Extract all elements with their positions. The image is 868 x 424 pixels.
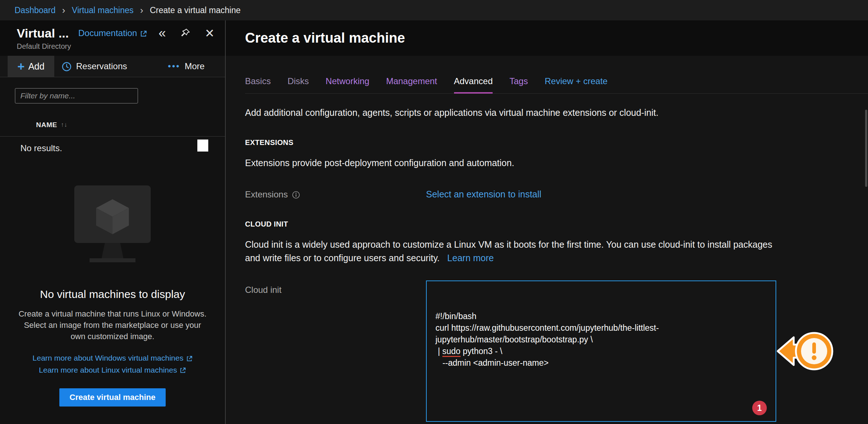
extensions-description: Extensions provide post-deployment confi… <box>245 156 777 169</box>
add-button[interactable]: + Add <box>8 56 54 77</box>
collapse-panel-button[interactable]: « <box>158 27 166 40</box>
monitor-cube-icon <box>74 185 151 268</box>
clock-icon <box>62 61 72 72</box>
panel-header: Virtual ... Documentation « <box>0 20 225 56</box>
external-link-icon <box>186 352 193 364</box>
close-panel-button[interactable]: × <box>205 25 214 41</box>
attention-annotation <box>776 305 835 386</box>
main-header: Create a virtual machine <box>226 20 868 56</box>
filter-by-name-input[interactable] <box>15 88 138 103</box>
tab-basics[interactable]: Basics <box>245 76 271 93</box>
no-results-row: No results. <box>0 137 225 160</box>
more-label: More <box>185 61 205 71</box>
main-scrollbar-thumb[interactable] <box>865 110 867 187</box>
external-link-icon <box>140 28 147 38</box>
cloud-init-section-heading: CLOUD INIT <box>245 220 868 228</box>
create-virtual-machine-button[interactable]: Create virtual machine <box>59 388 166 407</box>
no-results-label: No results. <box>20 143 62 153</box>
add-button-label: Add <box>28 61 44 72</box>
content: Virtual ... Documentation « <box>0 20 868 424</box>
learn-more-link[interactable]: Learn more <box>447 253 494 263</box>
breadcrumb-virtual-machines[interactable]: Virtual machines <box>72 5 134 15</box>
reservations-label: Reservations <box>76 61 127 71</box>
external-link-icon <box>179 364 186 376</box>
cloud-init-description: Cloud init is a widely used approach to … <box>245 238 777 264</box>
azure-portal: Dashboard › Virtual machines › Create a … <box>0 0 868 424</box>
documentation-link-label: Documentation <box>78 28 137 38</box>
collapse-icon: « <box>158 27 166 40</box>
error-count-badge: 1 <box>752 401 767 415</box>
learn-windows-vm-label: Learn more about Windows virtual machine… <box>32 352 183 364</box>
list-scrollbar-thumb[interactable] <box>197 140 208 152</box>
learn-linux-vm-label: Learn more about Linux virtual machines <box>39 364 177 376</box>
name-column-header[interactable]: NAME ↑↓ <box>36 121 225 129</box>
virtual-machines-panel: Virtual ... Documentation « <box>0 20 226 424</box>
extensions-field-label: Extensions <box>245 189 288 200</box>
empty-state-title: No virtual machines to display <box>15 288 210 301</box>
breadcrumb-separator-icon: › <box>140 5 143 15</box>
plus-icon: + <box>17 60 25 72</box>
warning-pointer-icon <box>776 329 835 374</box>
more-button[interactable]: ••• More <box>168 56 205 77</box>
cloud-init-description-text: Cloud init is a widely used approach to … <box>245 239 772 263</box>
page-title: Create a virtual machine <box>245 30 405 46</box>
reservations-button[interactable]: Reservations <box>62 56 127 77</box>
directory-subtitle: Default Directory <box>17 42 216 51</box>
documentation-link[interactable]: Documentation <box>78 28 147 38</box>
select-extension-link[interactable]: Select an extension to install <box>426 189 541 200</box>
info-icon[interactable] <box>292 189 300 200</box>
extensions-form-row: Extensions Select an extension to instal… <box>245 189 868 200</box>
breadcrumb-bar: Dashboard › Virtual machines › Create a … <box>0 0 868 20</box>
sort-icon: ↑↓ <box>61 121 67 129</box>
extensions-section-heading: EXTENSIONS <box>245 138 868 147</box>
panel-title: Virtual ... <box>17 26 69 40</box>
pin-panel-button[interactable] <box>180 28 190 38</box>
empty-state: No virtual machines to display Create a … <box>0 185 225 407</box>
tab-review-create[interactable]: Review + create <box>545 76 608 93</box>
tab-networking[interactable]: Networking <box>326 76 369 93</box>
more-dots-icon: ••• <box>168 61 180 71</box>
wizard-tabs: Basics Disks Networking Management Advan… <box>245 76 868 94</box>
advanced-intro-text: Add additional configuration, agents, sc… <box>245 107 868 118</box>
tab-management[interactable]: Management <box>386 76 437 93</box>
cloud-init-textarea[interactable]: #!/bin/bashcurl https://raw.githubuserco… <box>426 280 776 422</box>
learn-windows-vm-link[interactable]: Learn more about Windows virtual machine… <box>32 352 192 364</box>
tab-tags[interactable]: Tags <box>509 76 528 93</box>
main-body: Basics Disks Networking Management Advan… <box>226 56 868 424</box>
breadcrumb-dashboard[interactable]: Dashboard <box>15 5 56 15</box>
empty-state-description: Create a virtual machine that runs Linux… <box>18 309 207 342</box>
pin-icon <box>180 28 190 38</box>
cloud-init-field-label: Cloud init <box>245 285 281 295</box>
breadcrumb-current: Create a virtual machine <box>150 5 240 15</box>
main-area: Create a virtual machine Basics Disks Ne… <box>226 20 868 424</box>
close-icon: × <box>205 25 214 41</box>
learn-linux-vm-link[interactable]: Learn more about Linux virtual machines <box>39 364 186 376</box>
name-header-label: NAME <box>36 121 57 129</box>
cloud-init-form-row: Cloud init #!/bin/bashcurl https://raw.g… <box>245 280 868 422</box>
panel-toolbar: + Add Reservations ••• More <box>0 56 225 77</box>
breadcrumb-separator-icon: › <box>62 5 66 15</box>
tab-advanced[interactable]: Advanced <box>454 76 493 94</box>
tab-disks[interactable]: Disks <box>288 76 309 93</box>
cloud-init-code: #!/bin/bashcurl https://raw.githubuserco… <box>435 310 767 369</box>
